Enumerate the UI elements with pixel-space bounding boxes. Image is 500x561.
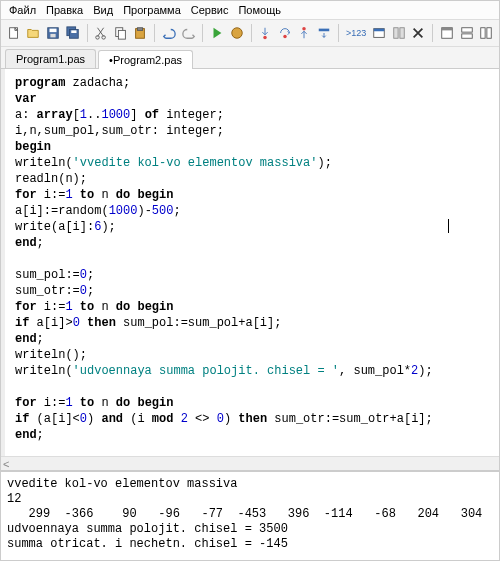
menu-help[interactable]: Помощь [238, 4, 281, 16]
separator [154, 24, 155, 42]
code-text: ] [130, 108, 144, 122]
code-kw: var [15, 92, 37, 106]
code-text: [ [73, 108, 80, 122]
code-editor[interactable]: program zadacha; var a: array[1..1000] o… [1, 69, 499, 456]
menu-bar: Файл Правка Вид Программа Сервис Помощь [1, 1, 499, 20]
tab-program1[interactable]: Program1.pas [5, 49, 96, 68]
code-text: i:= [37, 300, 66, 314]
menu-file[interactable]: Файл [9, 4, 36, 16]
code-text: integer; [159, 108, 224, 122]
save-all-button[interactable] [64, 23, 82, 43]
code-kw: end [15, 236, 37, 250]
code-num: 1000 [101, 108, 130, 122]
svg-rect-6 [71, 30, 76, 33]
svg-rect-3 [50, 34, 55, 38]
code-text: ; [37, 428, 44, 442]
code-num: 1 [65, 188, 72, 202]
code-text: ; [37, 332, 44, 346]
code-num: 2 [181, 412, 188, 426]
code-text [73, 188, 80, 202]
svg-rect-26 [481, 28, 485, 39]
cut-button[interactable] [92, 23, 110, 43]
output-line: udvoennaya summa polojit. chisel = 3500 [7, 522, 288, 536]
output-line: 299 -366 90 -96 -77 -453 396 -114 -68 20… [7, 507, 499, 521]
code-text: i:= [37, 188, 66, 202]
copy-button[interactable] [112, 23, 130, 43]
code-text: )- [137, 204, 151, 218]
code-kw: array [37, 108, 73, 122]
svg-rect-24 [461, 28, 472, 32]
svg-point-15 [283, 35, 287, 39]
open-file-button[interactable] [25, 23, 43, 43]
code-text: a: [15, 108, 37, 122]
close-button[interactable] [410, 23, 428, 43]
code-kw: for [15, 300, 37, 314]
code-kw: program [15, 76, 65, 90]
scroll-left-icon: < [3, 458, 9, 470]
new-form-button[interactable] [370, 23, 388, 43]
svg-rect-19 [374, 29, 385, 32]
new-file-button[interactable] [5, 23, 23, 43]
code-text: .. [87, 108, 101, 122]
code-kw: to [80, 300, 94, 314]
code-text: <> [188, 412, 217, 426]
svg-rect-17 [319, 29, 330, 32]
code-text: n [94, 300, 116, 314]
code-text: ; [37, 236, 44, 250]
code-kw: mod [152, 412, 174, 426]
paste-button[interactable] [132, 23, 150, 43]
step-out-button[interactable] [296, 23, 314, 43]
svg-rect-12 [138, 28, 143, 31]
code-text: , sum_pol* [339, 364, 411, 378]
run-to-cursor-button[interactable] [315, 23, 333, 43]
code-kw: if [15, 316, 29, 330]
tab-program2[interactable]: •Program2.pas [98, 50, 193, 69]
window-2-button[interactable] [458, 23, 476, 43]
save-button[interactable] [44, 23, 62, 43]
separator [87, 24, 88, 42]
code-text: ); [101, 220, 115, 234]
code-text: n [94, 188, 116, 202]
code-kw: to [80, 188, 94, 202]
code-kw: of [145, 108, 159, 122]
code-text: ); [418, 364, 432, 378]
run-button[interactable] [208, 23, 226, 43]
horizontal-scrollbar[interactable]: < [1, 456, 499, 470]
output-line: summa otricat. i nechetn. chisel = -145 [7, 537, 288, 551]
menu-service[interactable]: Сервис [191, 4, 229, 16]
step-into-button[interactable] [256, 23, 274, 43]
output-panel[interactable]: vvedite kol-vo elementov massiva 12 299 … [1, 470, 499, 560]
menu-edit[interactable]: Правка [46, 4, 83, 16]
code-text: write(a[i]: [15, 220, 94, 234]
output-line: 12 [7, 492, 21, 506]
view-switch-button[interactable] [390, 23, 408, 43]
stop-button[interactable] [228, 23, 246, 43]
code-num: 1000 [109, 204, 138, 218]
undo-button[interactable] [160, 23, 178, 43]
editor-tabs: Program1.pas •Program2.pas [1, 47, 499, 69]
svg-rect-21 [400, 28, 404, 39]
code-text: ; [87, 284, 94, 298]
step-over-button[interactable] [276, 23, 294, 43]
menu-view[interactable]: Вид [93, 4, 113, 16]
separator [202, 24, 203, 42]
redo-button[interactable] [180, 23, 198, 43]
menu-program[interactable]: Программа [123, 4, 181, 16]
svg-point-14 [263, 36, 267, 40]
code-kw: and [101, 412, 123, 426]
svg-point-13 [231, 28, 242, 39]
window-1-button[interactable] [438, 23, 456, 43]
code-num: 1 [80, 108, 87, 122]
code-num: 500 [152, 204, 174, 218]
code-text: readln(n); [15, 172, 87, 186]
code-text: sum_otr:= [15, 284, 80, 298]
code-text: ); [317, 156, 331, 170]
window-3-button[interactable] [477, 23, 495, 43]
code-text [80, 316, 87, 330]
code-num: 0 [80, 284, 87, 298]
code-text [73, 396, 80, 410]
svg-rect-27 [487, 28, 491, 39]
code-kw: do begin [116, 188, 174, 202]
expr-button[interactable]: >123 [344, 23, 369, 43]
code-text: a[i]:=random( [15, 204, 109, 218]
